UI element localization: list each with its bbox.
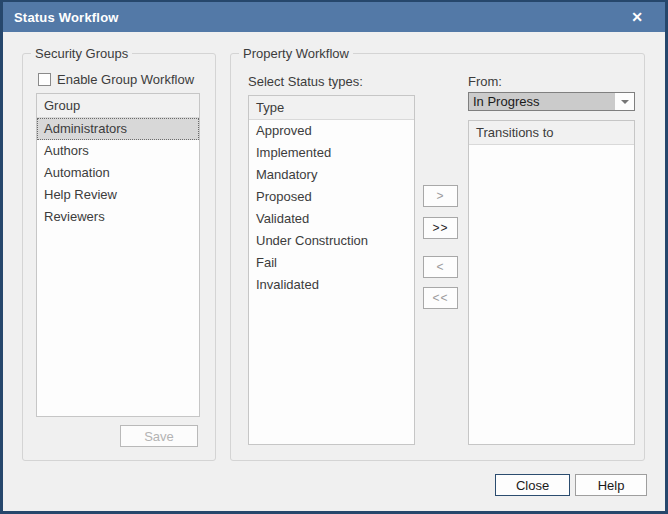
status-type-item[interactable]: Under Construction <box>249 230 414 252</box>
from-combobox[interactable]: In Progress <box>468 92 635 111</box>
enable-group-workflow-checkbox[interactable] <box>38 73 51 86</box>
transitions-list-header[interactable]: Transitions to <box>469 121 634 145</box>
security-groups-title: Security Groups <box>31 46 132 61</box>
group-list-item[interactable]: Authors <box>37 140 199 162</box>
group-list-item[interactable]: Help Review <box>37 184 199 206</box>
status-type-item[interactable]: Mandatory <box>249 164 414 186</box>
group-list-item[interactable]: Administrators <box>37 118 199 140</box>
from-combobox-dropdown-button[interactable] <box>615 93 634 110</box>
move-right-button[interactable]: > <box>423 185 458 207</box>
close-button[interactable]: Close <box>495 474 570 496</box>
help-button[interactable]: Help <box>575 474 647 496</box>
select-status-types-label: Select Status types: <box>248 74 363 89</box>
enable-group-workflow-label: Enable Group Workflow <box>57 72 194 87</box>
status-workflow-dialog: Status Workflow ✕ Security Groups Enable… <box>0 0 668 514</box>
group-list-item[interactable]: Reviewers <box>37 206 199 228</box>
transitions-listview[interactable]: Transitions to <box>468 120 635 445</box>
status-type-listview[interactable]: Type ApprovedImplementedMandatoryPropose… <box>248 95 415 445</box>
group-listview[interactable]: Group AdministratorsAuthorsAutomationHel… <box>36 93 200 417</box>
from-label: From: <box>468 74 502 89</box>
from-combobox-value[interactable]: In Progress <box>469 93 615 110</box>
status-type-item[interactable]: Validated <box>249 208 414 230</box>
group-list-body[interactable]: AdministratorsAuthorsAutomationHelp Revi… <box>37 118 199 228</box>
status-type-item[interactable]: Approved <box>249 120 414 142</box>
save-button[interactable]: Save <box>120 425 198 447</box>
move-all-left-button[interactable]: << <box>423 287 458 309</box>
property-workflow-title: Property Workflow <box>239 46 353 61</box>
move-left-button[interactable]: < <box>423 256 458 278</box>
close-icon[interactable]: ✕ <box>624 2 650 32</box>
group-list-header[interactable]: Group <box>37 94 199 118</box>
status-type-item[interactable]: Proposed <box>249 186 414 208</box>
move-all-right-button[interactable]: >> <box>423 217 458 239</box>
window-title: Status Workflow <box>14 10 119 25</box>
group-list-item[interactable]: Automation <box>37 162 199 184</box>
status-type-item[interactable]: Implemented <box>249 142 414 164</box>
type-list-header[interactable]: Type <box>249 96 414 120</box>
status-type-item[interactable]: Fail <box>249 252 414 274</box>
chevron-down-icon <box>621 100 629 104</box>
title-bar[interactable]: Status Workflow ✕ <box>2 2 666 32</box>
type-list-body[interactable]: ApprovedImplementedMandatoryProposedVali… <box>249 120 414 296</box>
status-type-item[interactable]: Invalidated <box>249 274 414 296</box>
enable-group-workflow-row[interactable]: Enable Group Workflow <box>38 71 194 87</box>
